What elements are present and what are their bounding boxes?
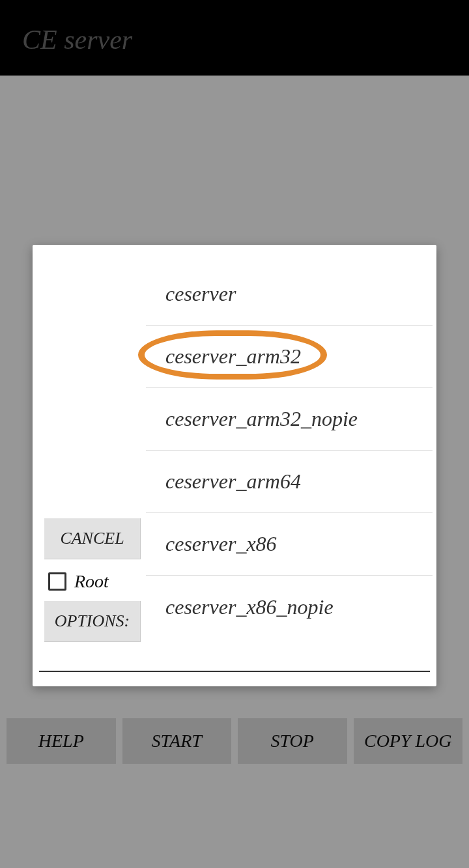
root-label: Root [74, 571, 109, 592]
list-item[interactable]: ceserver_arm32_nopie [146, 388, 433, 451]
list-item[interactable]: ceserver_arm64 [146, 451, 433, 513]
file-list: ceserver ceserver_arm32 ceserver_arm32_n… [146, 257, 433, 671]
root-checkbox[interactable] [48, 572, 66, 591]
dialog-body: CANCEL Root OPTIONS: ceserver ceserver_a… [33, 245, 436, 671]
list-item[interactable]: ceserver_arm32 [146, 326, 433, 388]
cancel-button[interactable]: CANCEL [44, 518, 141, 559]
list-item[interactable]: ceserver_x86 [146, 513, 433, 576]
dialog-left-panel: CANCEL Root OPTIONS: [40, 257, 146, 671]
list-item-label: ceserver_x86_nopie [165, 595, 334, 619]
list-item-label: ceserver_x86 [165, 532, 277, 556]
file-picker-dialog: CANCEL Root OPTIONS: ceserver ceserver_a… [33, 245, 436, 686]
root-row[interactable]: Root [48, 571, 146, 592]
dialog-footer-rule [39, 671, 430, 686]
list-item-label: ceserver [165, 282, 236, 306]
list-item-label: ceserver_arm32_nopie [165, 407, 358, 431]
list-item-label: ceserver_arm32 [165, 344, 301, 369]
list-item-label: ceserver_arm64 [165, 469, 301, 494]
options-button[interactable]: OPTIONS: [44, 601, 141, 642]
list-item[interactable]: ceserver_x86_nopie [146, 576, 433, 638]
list-item[interactable]: ceserver [146, 263, 433, 326]
